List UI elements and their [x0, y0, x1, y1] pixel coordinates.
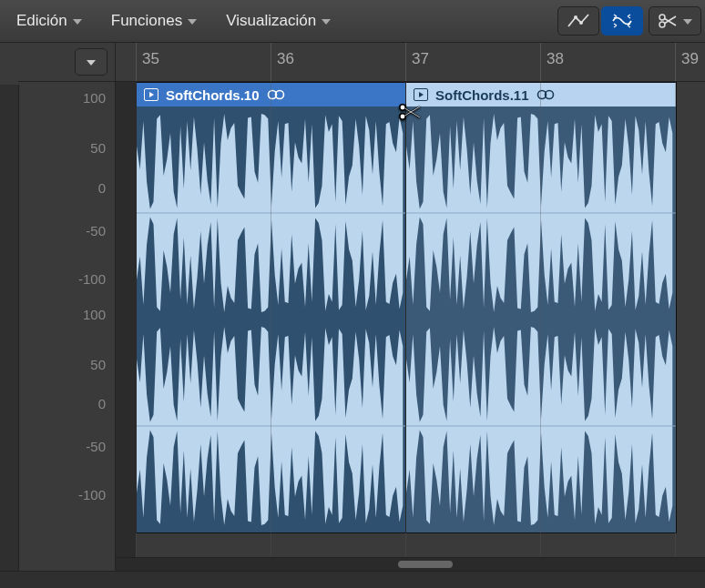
amplitude-tick: -100: [78, 271, 106, 287]
amplitude-tick: -50: [86, 223, 106, 238]
region-name: SoftChords.10: [166, 87, 260, 103]
svg-point-3: [659, 22, 665, 27]
ruler-mark: 38: [540, 43, 541, 81]
ruler-mark: 35: [136, 43, 137, 81]
amplitude-tick: 100: [83, 90, 106, 106]
ruler-number: 35: [142, 50, 159, 68]
svg-point-2: [659, 15, 665, 20]
amplitude-tick: 0: [98, 396, 106, 411]
chevron-down-icon: [87, 60, 96, 66]
waveform-channel-left: [137, 106, 406, 319]
waveform-channel-right: [406, 319, 676, 532]
play-icon: [144, 88, 158, 101]
chevron-down-icon: [322, 19, 331, 25]
scissors-icon: [658, 13, 679, 29]
scrollbar-thumb[interactable]: [398, 561, 453, 568]
ruler-number: 37: [412, 50, 429, 68]
amplitude-tick: -50: [86, 439, 106, 454]
menu-label: Funciones: [111, 12, 182, 30]
menu-label: Visualización: [226, 12, 316, 30]
amplitude-scale: 100500-50-100100500-50-100: [18, 82, 115, 571]
gutter-header: [18, 43, 115, 82]
amplitude-tick: 50: [90, 357, 106, 372]
region-waveform[interactable]: [406, 106, 676, 532]
time-ruler[interactable]: 3536373839: [116, 43, 705, 82]
bottom-margin: [0, 571, 705, 588]
left-gutter: 100500-50-100100500-50-100: [18, 43, 116, 571]
region-waveform[interactable]: [137, 106, 406, 532]
amplitude-tick: 0: [98, 180, 106, 196]
region-header[interactable]: SoftChords.11: [406, 83, 676, 106]
flex-tool-button[interactable]: [601, 6, 643, 35]
gutter-dropdown-button[interactable]: [75, 48, 107, 76]
audio-region[interactable]: SoftChords.11: [405, 82, 677, 533]
chevron-down-icon: [188, 19, 197, 25]
scissors-tool-button[interactable]: [649, 6, 701, 35]
amplitude-tick: 100: [83, 307, 106, 322]
inactive-overlay: [116, 82, 136, 557]
chevron-down-icon: [683, 19, 692, 25]
ruler-number: 36: [277, 50, 294, 68]
track-lane[interactable]: SoftChords.10SoftChords.11: [116, 82, 705, 557]
menu-visualizacion[interactable]: Visualización: [213, 6, 343, 35]
menu-edicion[interactable]: Edición: [4, 6, 95, 35]
left-edge-strip: [0, 85, 19, 571]
horizontal-scrollbar[interactable]: [116, 557, 705, 571]
menu-label: Edición: [16, 12, 67, 30]
ruler-number: 38: [547, 50, 564, 68]
waveform-channel-right: [137, 319, 406, 532]
automation-tool-button[interactable]: [557, 6, 599, 35]
play-icon: [414, 88, 428, 101]
ruler-mark: 39: [675, 43, 676, 81]
svg-point-0: [574, 15, 577, 19]
region-name: SoftChords.11: [435, 87, 529, 103]
amplitude-tick: -100: [78, 487, 106, 502]
audio-region[interactable]: SoftChords.10: [136, 82, 407, 533]
menu-funciones[interactable]: Funciones: [98, 6, 209, 35]
loop-icon: [267, 88, 285, 101]
region-header[interactable]: SoftChords.10: [137, 83, 406, 106]
editor-toolbar: Edición Funciones Visualización: [0, 0, 705, 43]
cursor-tool-group: [649, 6, 701, 35]
waveform-editor[interactable]: 3536373839 SoftChords.10SoftChords.11: [116, 43, 705, 571]
tool-buttons: [557, 6, 643, 35]
chevron-down-icon: [73, 19, 82, 25]
ruler-mark: 36: [271, 43, 271, 81]
ruler-mark: 37: [405, 43, 406, 81]
svg-point-1: [579, 21, 583, 25]
waveform-channel-left: [406, 106, 676, 319]
loop-icon: [536, 88, 555, 101]
amplitude-tick: 50: [90, 140, 106, 156]
automation-curve-icon: [567, 13, 589, 29]
flex-icon: [611, 13, 633, 29]
ruler-number: 39: [681, 50, 699, 68]
